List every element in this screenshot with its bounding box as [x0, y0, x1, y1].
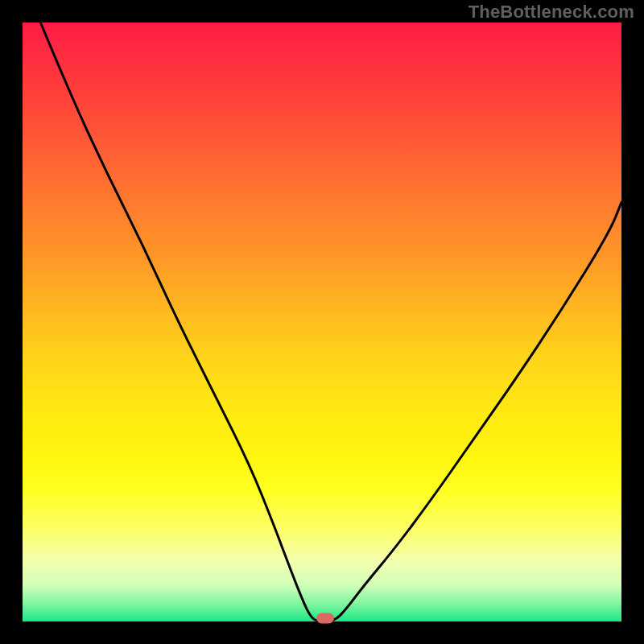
bottleneck-curve	[40, 23, 621, 621]
optimum-marker	[316, 613, 334, 624]
watermark-text: TheBottleneck.com	[469, 2, 634, 23]
plot-area	[23, 23, 621, 621]
chart-frame: { "watermark": "TheBottleneck.com", "col…	[0, 0, 644, 644]
curve-svg	[23, 23, 621, 621]
